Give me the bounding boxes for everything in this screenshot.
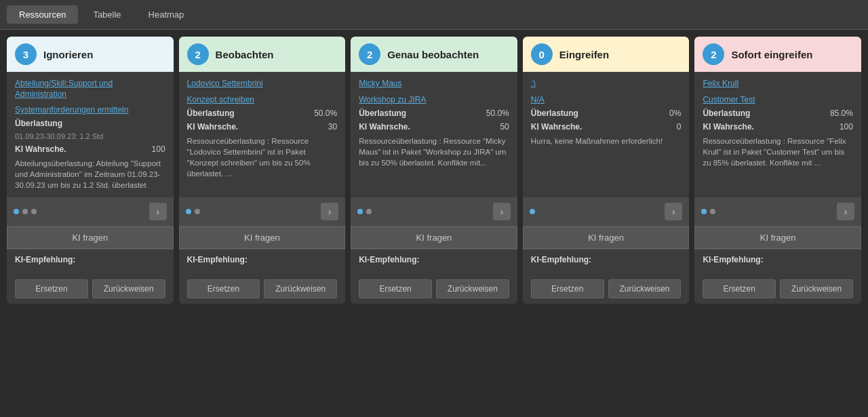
carousel-dot — [195, 209, 200, 214]
description-text: Ressourceüberlastung : Ressource "Lodovi… — [187, 136, 338, 191]
action-buttons: Ersetzen Zurückweisen — [7, 274, 174, 304]
col-title: Genau beobachten — [387, 49, 479, 60]
ki-section: KI-Empfehlung: — [179, 250, 346, 274]
ki-wahrsche-value: 50 — [500, 122, 509, 132]
ki-wahrsche-row: KI Wahrsche. 100 — [15, 144, 165, 154]
resource-link[interactable]: Abteilung/Skill:Support und Administrati… — [15, 79, 165, 100]
carousel-next-button[interactable]: › — [149, 203, 167, 220]
resource-link[interactable]: Micky Maus — [359, 79, 509, 90]
ersetzen-button[interactable]: Ersetzen — [359, 279, 432, 298]
carousel-area: › — [7, 197, 174, 226]
col-header: 0 Eingreifen — [523, 37, 690, 72]
ki-empfehlung-label: KI-Empfehlung: — [15, 255, 165, 264]
column-sofort: 2 Sofort eingreifen Felix Krull Customer… — [694, 37, 861, 304]
col-body: Lodovico Settembrini Konzept schreiben Ü… — [179, 72, 346, 197]
task-link[interactable]: Customer Test — [703, 95, 853, 104]
uberlastung-label: Überlastung — [531, 108, 578, 118]
badge-count: 2 — [703, 43, 724, 65]
tab-heatmap[interactable]: Heatmap — [136, 5, 197, 24]
ki-wahrsche-value: 30 — [328, 122, 337, 132]
carousel-dot — [701, 209, 707, 214]
description-text: Abteilungsüberlastung: Abteilung "Suppor… — [15, 158, 165, 191]
ki-fragen-button[interactable]: KI fragen — [7, 226, 174, 249]
ki-section: KI-Empfehlung: — [523, 250, 690, 274]
tab-ressourcen[interactable]: Ressourcen — [7, 5, 78, 24]
action-buttons: Ersetzen Zurückweisen — [694, 274, 861, 304]
ersetzen-button[interactable]: Ersetzen — [187, 279, 260, 298]
carousel-next-button[interactable]: › — [493, 203, 511, 220]
col-body: Micky Maus Workshop zu JIRA Überlastung … — [351, 72, 517, 197]
uberlastung-value: 0% — [669, 108, 681, 118]
carousel-dot — [186, 209, 191, 214]
uberlastung-value: 50.0% — [314, 108, 337, 118]
main-content: 3 Ignorieren Abteilung/Skill:Support und… — [0, 30, 868, 311]
carousel-next-button[interactable]: › — [837, 203, 854, 220]
carousel-dots — [530, 209, 535, 214]
ersetzen-button[interactable]: Ersetzen — [15, 279, 88, 298]
tab-tabelle[interactable]: Tabelle — [81, 5, 133, 24]
uberlastung-row: Überlastung 50.0% — [187, 108, 338, 118]
carousel-area: › — [523, 197, 690, 226]
ki-fragen-button[interactable]: KI fragen — [523, 226, 690, 249]
carousel-dot — [14, 209, 19, 214]
ersetzen-button[interactable]: Ersetzen — [703, 279, 776, 298]
column-ignorieren: 3 Ignorieren Abteilung/Skill:Support und… — [7, 37, 174, 304]
ki-empfehlung-label: KI-Empfehlung: — [187, 255, 338, 264]
ersetzen-button[interactable]: Ersetzen — [531, 279, 604, 298]
col-header: 2 Beobachten — [179, 37, 346, 72]
ki-fragen-button[interactable]: KI fragen — [179, 226, 346, 249]
ki-wahrsche-value: 0 — [677, 122, 682, 132]
zuruckweisen-button[interactable]: Zurückweisen — [608, 279, 682, 298]
resource-link[interactable]: :) — [531, 79, 682, 90]
col-body: Felix Krull Customer Test Überlastung 85… — [694, 72, 861, 197]
col-header: 3 Ignorieren — [7, 37, 174, 72]
carousel-next-button[interactable]: › — [321, 203, 338, 220]
col-body: :) N/A Überlastung 0% KI Wahrsche. 0 Hur… — [523, 72, 690, 197]
ki-section: KI-Empfehlung: — [694, 250, 861, 274]
carousel-dots — [186, 209, 200, 214]
action-buttons: Ersetzen Zurückweisen — [351, 274, 517, 304]
badge-count: 3 — [15, 43, 37, 65]
uberlastung-value: 50.0% — [486, 108, 509, 118]
carousel-area: › — [179, 197, 346, 226]
uberlastung-row: Überlastung — [15, 119, 165, 128]
ki-section: KI-Empfehlung: — [7, 250, 174, 274]
task-link[interactable]: Systemanforderungen ermitteln — [15, 105, 165, 115]
zuruckweisen-button[interactable]: Zurückweisen — [436, 279, 509, 298]
carousel-dot — [366, 209, 372, 214]
carousel-dots — [14, 209, 37, 214]
zuruckweisen-button[interactable]: Zurückweisen — [264, 279, 337, 298]
badge-count: 2 — [187, 43, 209, 65]
uberlastung-label: Überlastung — [703, 108, 750, 118]
col-title: Beobachten — [216, 49, 274, 60]
resource-link[interactable]: Felix Krull — [703, 79, 853, 90]
carousel-dot — [357, 209, 363, 214]
task-link[interactable]: Workshop zu JIRA — [359, 95, 509, 104]
column-eingreifen: 0 Eingreifen :) N/A Überlastung 0% KI Wa… — [523, 37, 690, 304]
action-buttons: Ersetzen Zurückweisen — [179, 274, 346, 304]
ki-wahrsche-row: KI Wahrsche. 100 — [703, 122, 853, 132]
ki-wahrsche-label: KI Wahrsche. — [359, 122, 410, 132]
resource-link[interactable]: Lodovico Settembrini — [187, 79, 338, 90]
ki-fragen-button[interactable]: KI fragen — [694, 226, 861, 249]
ki-wahrsche-label: KI Wahrsche. — [15, 144, 66, 154]
task-link[interactable]: N/A — [531, 95, 682, 104]
uberlastung-row: Überlastung 85.0% — [703, 108, 853, 118]
ki-fragen-button[interactable]: KI fragen — [351, 226, 517, 249]
badge-count: 2 — [359, 43, 380, 65]
uberlastung-label: Überlastung — [359, 108, 406, 118]
zuruckweisen-button[interactable]: Zurückweisen — [780, 279, 853, 298]
carousel-dot — [530, 209, 535, 214]
col-header: 2 Genau beobachten — [351, 37, 517, 72]
task-link[interactable]: Konzept schreiben — [187, 95, 338, 104]
date-range: 01.09.23-30.09.23: 1.2 Std — [15, 132, 165, 140]
carousel-area: › — [351, 197, 517, 226]
carousel-next-button[interactable]: › — [665, 203, 682, 220]
col-title: Ignorieren — [43, 49, 93, 60]
col-body: Abteilung/Skill:Support und Administrati… — [7, 72, 174, 197]
uberlastung-value: 85.0% — [830, 108, 853, 118]
carousel-dot — [710, 209, 715, 214]
col-title: Eingreifen — [559, 49, 609, 60]
zuruckweisen-button[interactable]: Zurückweisen — [92, 279, 165, 298]
ki-wahrsche-label: KI Wahrsche. — [703, 122, 754, 132]
